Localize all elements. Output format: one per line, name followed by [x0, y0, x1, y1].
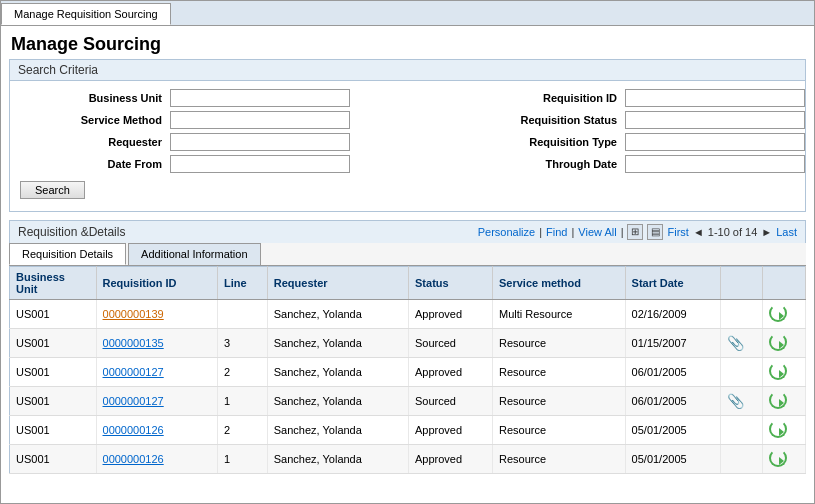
main-tab[interactable]: Manage Requisition Sourcing — [1, 3, 171, 25]
refresh-icon[interactable] — [769, 304, 787, 322]
cell-refresh[interactable] — [762, 329, 805, 358]
cell-requester: Sanchez, Yolanda — [267, 416, 408, 445]
through-date-input[interactable] — [625, 155, 805, 173]
cell-req-id[interactable]: 0000000126 — [96, 416, 217, 445]
service-method-input[interactable] — [170, 111, 350, 129]
cell-status: Approved — [409, 358, 493, 387]
page-range: 1-10 of 14 — [708, 226, 758, 238]
cell-refresh[interactable] — [762, 416, 805, 445]
tab-additional-info[interactable]: Additional Information — [128, 243, 260, 265]
date-from-input[interactable] — [170, 155, 350, 173]
business-unit-input[interactable] — [170, 89, 350, 107]
first-link[interactable]: First — [667, 226, 688, 238]
cell-service-method: Resource — [492, 329, 625, 358]
refresh-icon[interactable] — [769, 362, 787, 380]
cell-requester: Sanchez, Yolanda — [267, 387, 408, 416]
refresh-icon[interactable] — [769, 391, 787, 409]
page-title: Manage Sourcing — [1, 26, 814, 59]
col-attach — [720, 267, 762, 300]
cell-start-date: 01/15/2007 — [625, 329, 720, 358]
req-type-input[interactable] — [625, 133, 805, 151]
cell-start-date: 02/16/2009 — [625, 300, 720, 329]
cell-attach — [720, 300, 762, 329]
cell-requester: Sanchez, Yolanda — [267, 445, 408, 474]
results-section: Requisition &Details Personalize | Find … — [9, 220, 806, 474]
req-type-label: Requisition Type — [465, 136, 625, 148]
criteria-row-4: Date From Through Date — [10, 155, 805, 173]
cell-service-method: Resource — [492, 445, 625, 474]
cell-req-id[interactable]: 0000000126 — [96, 445, 217, 474]
next-arrow[interactable]: ► — [761, 226, 772, 238]
req-type-group: Requisition Type — [465, 133, 805, 151]
cell-attach[interactable]: 📎 — [720, 329, 762, 358]
req-status-label: Requisition Status — [465, 114, 625, 126]
cell-attach — [720, 416, 762, 445]
col-start-date: Start Date — [625, 267, 720, 300]
search-btn-row: Search — [10, 177, 805, 203]
col-service-method: Service method — [492, 267, 625, 300]
refresh-icon[interactable] — [769, 420, 787, 438]
cell-refresh[interactable] — [762, 358, 805, 387]
tab-bar: Manage Requisition Sourcing — [1, 1, 814, 26]
attach-icon[interactable]: 📎 — [727, 335, 744, 351]
col-business-unit: BusinessUnit — [10, 267, 97, 300]
cell-requester: Sanchez, Yolanda — [267, 329, 408, 358]
col-line: Line — [218, 267, 268, 300]
req-id-field — [625, 89, 805, 107]
list-icon[interactable]: ▤ — [647, 224, 663, 240]
business-unit-label: Business Unit — [10, 92, 170, 104]
through-date-field — [625, 155, 805, 173]
cell-line: 1 — [218, 387, 268, 416]
attach-icon[interactable]: 📎 — [727, 393, 744, 409]
tab-requisition-details[interactable]: Requisition Details — [9, 243, 126, 265]
criteria-row-1: Business Unit Requisition ID — [10, 89, 805, 107]
cell-business-unit: US001 — [10, 445, 97, 474]
req-status-input[interactable] — [625, 111, 805, 129]
cell-business-unit: US001 — [10, 329, 97, 358]
req-id-label: Requisition ID — [465, 92, 625, 104]
prev-arrow[interactable]: ◄ — [693, 226, 704, 238]
req-type-field — [625, 133, 805, 151]
cell-req-id[interactable]: 0000000127 — [96, 387, 217, 416]
cell-status: Approved — [409, 445, 493, 474]
refresh-icon[interactable] — [769, 333, 787, 351]
cell-refresh[interactable] — [762, 445, 805, 474]
cell-status: Approved — [409, 300, 493, 329]
cell-req-id[interactable]: 0000000127 — [96, 358, 217, 387]
cell-refresh[interactable] — [762, 387, 805, 416]
detail-tabs: Requisition Details Additional Informati… — [9, 243, 806, 266]
cell-business-unit: US001 — [10, 416, 97, 445]
cell-attach[interactable]: 📎 — [720, 387, 762, 416]
table-row: US001 0000000139 Sanchez, Yolanda Approv… — [10, 300, 806, 329]
req-status-field — [625, 111, 805, 129]
table-row: US001 0000000127 1 Sanchez, Yolanda Sour… — [10, 387, 806, 416]
cell-req-id[interactable]: 0000000135 — [96, 329, 217, 358]
table-row: US001 0000000126 1 Sanchez, Yolanda Appr… — [10, 445, 806, 474]
cell-status: Approved — [409, 416, 493, 445]
find-link[interactable]: Find — [546, 226, 567, 238]
cell-line: 1 — [218, 445, 268, 474]
search-criteria-header: Search Criteria — [9, 59, 806, 81]
last-link[interactable]: Last — [776, 226, 797, 238]
cell-business-unit: US001 — [10, 358, 97, 387]
col-requester: Requester — [267, 267, 408, 300]
view-all-link[interactable]: View All — [578, 226, 616, 238]
business-unit-field — [170, 89, 465, 107]
service-method-field — [170, 111, 465, 129]
date-from-label: Date From — [10, 158, 170, 170]
requester-input[interactable] — [170, 133, 350, 151]
grid-icon[interactable]: ⊞ — [627, 224, 643, 240]
results-nav: Personalize | Find | View All | ⊞ ▤ Firs… — [478, 224, 797, 240]
req-id-group: Requisition ID — [465, 89, 805, 107]
cell-line: 3 — [218, 329, 268, 358]
cell-req-id[interactable]: 0000000139 — [96, 300, 217, 329]
req-status-group: Requisition Status — [465, 111, 805, 129]
refresh-icon[interactable] — [769, 449, 787, 467]
personalize-link[interactable]: Personalize — [478, 226, 535, 238]
results-header: Requisition &Details Personalize | Find … — [9, 220, 806, 243]
cell-status: Sourced — [409, 387, 493, 416]
cell-refresh[interactable] — [762, 300, 805, 329]
req-id-input[interactable] — [625, 89, 805, 107]
search-button[interactable]: Search — [20, 181, 85, 199]
criteria-row-2: Service Method Requisition Status — [10, 111, 805, 129]
